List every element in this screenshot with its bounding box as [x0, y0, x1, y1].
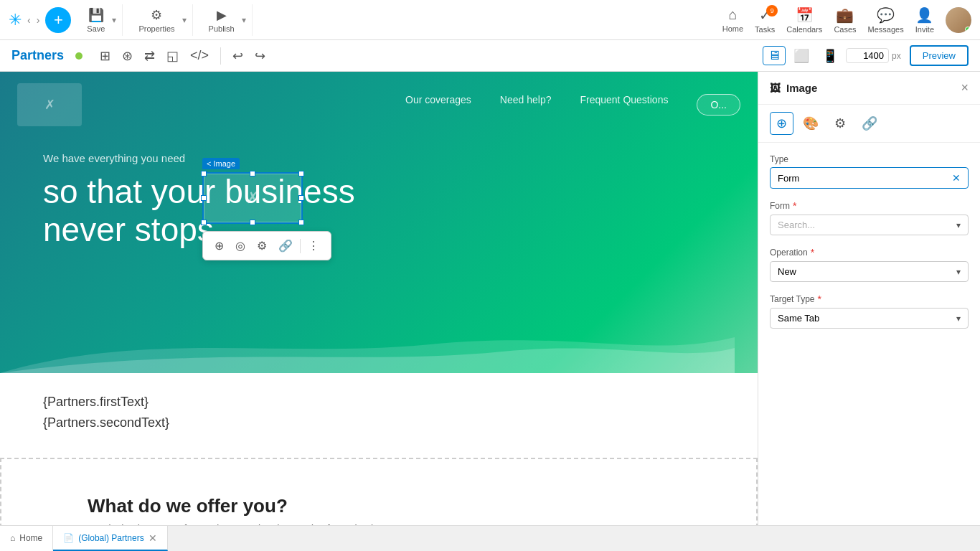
save-button[interactable]: 💾 Save	[83, 4, 109, 36]
hero-title: so that your businessnever stops	[43, 173, 715, 249]
calendars-icon: 📅	[796, 6, 814, 24]
template-text-2: {Partners.secondText}	[43, 415, 715, 430]
routes-button[interactable]: ⇄	[141, 45, 158, 67]
panel-icon-tabs: ⊕ 🎨 ⚙ 🔗	[758, 105, 980, 143]
nav-home[interactable]: ⌂ Home	[722, 6, 743, 33]
offer-section: What do we offer you? We design insuranc…	[44, 474, 713, 525]
partners-tab-icon: 📄	[63, 533, 74, 543]
type-clear-icon[interactable]: ✕	[952, 172, 961, 184]
editor-tools: ⊞ ⊛ ⇄ ◱ </> ↩ ↪	[97, 45, 611, 67]
home-tab[interactable]: ⌂ Home	[0, 526, 53, 551]
breakpoints-button[interactable]: ◱	[164, 45, 182, 67]
layers-button[interactable]: ⊛	[119, 45, 136, 67]
toolbar-separator	[220, 47, 221, 65]
secondary-toolbar: Partners ⊞ ⊛ ⇄ ◱ </> ↩ ↪ 🖥 ⬜ 📱 px Previe…	[0, 40, 980, 72]
mobile-viewport-button[interactable]: 📱	[817, 46, 843, 66]
add-button[interactable]: +	[45, 7, 71, 33]
nav-invite[interactable]: 👤 Invite	[915, 6, 934, 34]
save-dropdown-icon[interactable]: ▾	[112, 15, 116, 25]
target-type-select[interactable]: Same Tab ▾	[770, 308, 969, 329]
panel-tab-link[interactable]: 🔗	[855, 112, 884, 135]
canvas-area[interactable]: ✗ Our coverages Need help? Frequent Ques…	[0, 72, 758, 525]
nav-calendars[interactable]: 📅 Calendars	[786, 6, 822, 34]
tasks-badge: 9	[766, 5, 778, 17]
form-select[interactable]: Search... ▾	[770, 215, 969, 235]
nav-cases[interactable]: 💼 Cases	[834, 6, 856, 34]
properties-button[interactable]: ⚙ Properties	[134, 4, 179, 36]
operation-select[interactable]: New ▾	[770, 261, 969, 282]
page-status-dot	[75, 52, 83, 60]
preview-button[interactable]: Preview	[910, 45, 969, 66]
nav-tasks[interactable]: ✓ Tasks 9	[755, 6, 775, 34]
undo-button[interactable]: ↩	[230, 45, 246, 67]
type-field-label: Type	[770, 154, 969, 164]
publish-button[interactable]: ▶ Publish	[204, 4, 239, 36]
nav-messages[interactable]: 💬 Messages	[868, 6, 904, 34]
nav-link-help[interactable]: Need help?	[500, 94, 552, 116]
nav-link-coverages[interactable]: Our coverages	[405, 94, 471, 116]
partners-tab[interactable]: 📄 (Global) Partners ✕	[53, 526, 167, 551]
panel-image-icon: 🖼	[770, 82, 781, 94]
code-button[interactable]: </>	[187, 45, 212, 66]
form-field-label: Form *	[770, 200, 969, 212]
desktop-viewport-button[interactable]: 🖥	[763, 46, 786, 65]
panel-body: Type Form ✕ Form * Search... ▾	[758, 143, 980, 352]
home-icon: ⌂	[728, 6, 737, 23]
float-link-button[interactable]: 🔗	[273, 236, 298, 255]
partners-tab-close-icon[interactable]: ✕	[149, 532, 157, 544]
hero-wave	[0, 316, 735, 373]
target-type-required-indicator: *	[817, 293, 821, 305]
nav-contact-button[interactable]: O...	[697, 94, 740, 116]
hero-nav-links: Our coverages Need help? Frequent Questi…	[405, 94, 740, 116]
form-field-group: Form * Search... ▾	[770, 200, 969, 235]
viewport-buttons: 🖥 ⬜ 📱 px	[763, 46, 901, 66]
properties-group: ⚙ Properties ▾	[128, 4, 192, 36]
operation-select-chevron-icon: ▾	[956, 267, 961, 277]
type-select[interactable]: Form ✕	[770, 167, 969, 189]
float-style-button[interactable]: ◎	[230, 236, 251, 255]
panel-tab-style[interactable]: 🎨	[796, 112, 825, 135]
top-right-nav: ⌂ Home ✓ Tasks 9 📅 Calendars 💼 Cases 💬 M…	[722, 6, 971, 34]
offer-title: What do we offer you?	[88, 495, 670, 517]
user-avatar[interactable]	[946, 7, 971, 33]
tablet-viewport-button[interactable]: ⬜	[788, 46, 814, 66]
panel-tab-layout[interactable]: ⊕	[770, 112, 793, 135]
grid-layout-button[interactable]: ⊞	[97, 45, 113, 67]
form-required-indicator: *	[793, 200, 796, 212]
redo-button[interactable]: ↪	[252, 45, 268, 67]
logo-icon[interactable]: ✳	[9, 11, 22, 29]
template-text-1: {Partners.firstText}	[43, 395, 715, 410]
panel-tab-settings[interactable]: ⚙	[828, 112, 852, 135]
nav-link-faq[interactable]: Frequent Questions	[580, 94, 668, 116]
properties-dropdown-icon[interactable]: ▾	[182, 15, 187, 25]
back-chevron-icon[interactable]: ‹	[27, 14, 31, 26]
save-icon: 💾	[88, 7, 104, 23]
panel-close-button[interactable]: ×	[961, 80, 969, 95]
home-tab-icon: ⌂	[10, 533, 15, 543]
publish-dropdown-icon[interactable]: ▾	[242, 15, 246, 25]
hero-logo: ✗	[17, 83, 82, 126]
avatar-status-indicator	[965, 27, 971, 32]
floating-toolbar: ⊕ ◎ ⚙ 🔗 ⋮	[202, 231, 331, 260]
forward-chevron-icon[interactable]: ›	[37, 14, 40, 26]
top-toolbar: ✳ ‹ › + 💾 Save ▾ ⚙ Properties ▾ ▶ Publis…	[0, 0, 980, 40]
hero-nav: ✗ Our coverages Need help? Frequent Ques…	[0, 72, 758, 138]
save-group: 💾 Save ▾	[77, 4, 123, 36]
operation-field-label: Operation *	[770, 247, 969, 258]
width-input[interactable]	[846, 48, 889, 63]
main-area: ✗ Our coverages Need help? Frequent Ques…	[0, 72, 980, 525]
bottom-tabbar: ⌂ Home 📄 (Global) Partners ✕	[0, 525, 980, 551]
messages-icon: 💬	[877, 6, 895, 24]
float-move-button[interactable]: ⊕	[209, 236, 230, 255]
hero-subtitle: We have everything you need	[43, 152, 715, 164]
float-settings-button[interactable]: ⚙	[251, 236, 273, 255]
page-title[interactable]: Partners	[11, 48, 64, 63]
publish-group: ▶ Publish ▾	[199, 4, 253, 36]
cases-icon: 💼	[836, 6, 854, 24]
target-type-field-group: Target Type * Same Tab ▾	[770, 293, 969, 329]
right-panel: 🖼 Image × ⊕ 🎨 ⚙ 🔗 Type Form ✕	[758, 72, 980, 525]
type-field-group: Type Form ✕	[770, 154, 969, 189]
publish-icon: ▶	[217, 7, 227, 23]
float-more-button[interactable]: ⋮	[302, 236, 325, 255]
offer-section-outer: What do we offer you? We design insuranc…	[0, 458, 758, 525]
